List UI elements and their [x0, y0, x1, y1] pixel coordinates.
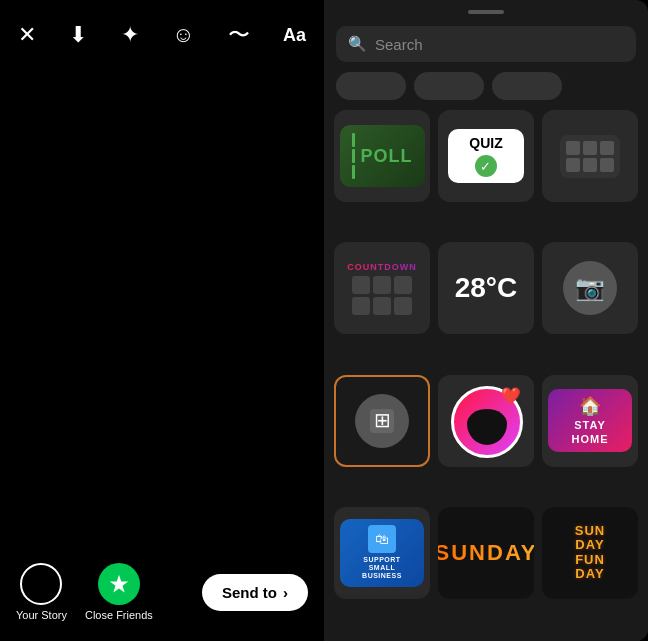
- support-label: SUPPORTSMALLBUSINESS: [362, 556, 402, 581]
- sticker-mouth[interactable]: ❤️: [438, 375, 534, 467]
- download-icon[interactable]: ⬇: [69, 22, 87, 48]
- category-pill-selfie[interactable]: [492, 72, 562, 100]
- category-pill-trending[interactable]: [336, 72, 406, 100]
- sticker-panel: 🔍 POLL QUIZ ✓: [324, 0, 648, 641]
- close-icon[interactable]: ✕: [18, 22, 36, 48]
- stay-home-heart-icon: 🏠: [579, 395, 601, 417]
- sticker-quiz[interactable]: QUIZ ✓: [438, 110, 534, 202]
- poll-label: POLL: [361, 146, 413, 167]
- story-editor-panel: ✕ ⬇ ✦ ☺ 〜 Aa Your Story Close Friends Se…: [0, 0, 324, 641]
- sticker-poll[interactable]: POLL: [334, 110, 430, 202]
- emoji-icon[interactable]: ☺: [172, 22, 194, 48]
- heart-icon: ❤️: [501, 386, 521, 405]
- your-story-label: Your Story: [16, 609, 67, 621]
- your-story-circle: [20, 563, 62, 605]
- support-bag-icon: 🛍: [368, 525, 396, 553]
- search-bar[interactable]: 🔍: [336, 26, 636, 62]
- sticker-camera[interactable]: 📷: [542, 242, 638, 334]
- close-friends-circle: [98, 563, 140, 605]
- quiz-check-icon: ✓: [475, 155, 497, 177]
- story-canvas: [0, 60, 324, 551]
- grid-sticker-inner: [560, 135, 620, 178]
- bottom-bar: Your Story Close Friends Send to ›: [0, 551, 324, 641]
- quiz-label: QUIZ: [469, 135, 502, 151]
- sticker-sunday[interactable]: SUNDAY: [438, 507, 534, 599]
- poll-lines-icon: [352, 133, 355, 179]
- sticker-grid[interactable]: [542, 110, 638, 202]
- poll-sticker-inner: POLL: [340, 125, 425, 187]
- sticker-support[interactable]: 🛍 SUPPORTSMALLBUSINESS: [334, 507, 430, 599]
- add-sticker-icon: ⊞: [355, 394, 409, 448]
- search-input[interactable]: [375, 36, 624, 53]
- close-friends-label: Close Friends: [85, 609, 153, 621]
- sticker-countdown[interactable]: COUNTDOWN: [334, 242, 430, 334]
- panel-handle: [468, 10, 504, 14]
- stay-home-sticker-inner: 🏠 STAYHOME: [548, 389, 632, 451]
- mouth-inner: [467, 409, 507, 445]
- sticker-temperature[interactable]: 28°C: [438, 242, 534, 334]
- close-friends-option[interactable]: Close Friends: [85, 563, 153, 621]
- brush-icon[interactable]: 〜: [228, 20, 250, 50]
- sticker-grid: POLL QUIZ ✓ COUNTDOWN: [324, 110, 648, 641]
- send-to-label: Send to: [222, 584, 277, 601]
- sticker-stayhome[interactable]: 🏠 STAYHOME: [542, 375, 638, 467]
- countdown-bars: [352, 276, 412, 315]
- top-toolbar: ✕ ⬇ ✦ ☺ 〜 Aa: [0, 0, 324, 60]
- stay-home-label: STAYHOME: [572, 419, 609, 445]
- mouth-sticker-wrapper: ❤️: [451, 386, 521, 456]
- send-to-button[interactable]: Send to ›: [202, 574, 308, 611]
- support-sticker-inner: 🛍 SUPPORTSMALLBUSINESS: [340, 519, 424, 587]
- effects-icon[interactable]: ✦: [121, 22, 139, 48]
- star-icon: [108, 573, 130, 595]
- countdown-label: COUNTDOWN: [347, 262, 417, 272]
- quiz-sticker-inner: QUIZ ✓: [448, 129, 525, 183]
- sundayfunday-label: SUNDAYFUNDAY: [575, 524, 605, 581]
- category-pill-recent[interactable]: [414, 72, 484, 100]
- sticker-sundayfunday[interactable]: SUNDAYFUNDAY: [542, 507, 638, 599]
- sunday-label: SUNDAY: [438, 540, 534, 566]
- search-icon: 🔍: [348, 35, 367, 53]
- sticker-add[interactable]: ⊞: [334, 375, 430, 467]
- category-row: [324, 72, 648, 110]
- send-to-arrow-icon: ›: [283, 584, 288, 601]
- text-tool-icon[interactable]: Aa: [283, 25, 306, 46]
- camera-icon: 📷: [563, 261, 617, 315]
- your-story-option[interactable]: Your Story: [16, 563, 67, 621]
- svg-text:⊞: ⊞: [374, 409, 391, 431]
- countdown-sticker-inner: COUNTDOWN: [339, 256, 425, 321]
- temperature-label: 28°C: [455, 272, 518, 304]
